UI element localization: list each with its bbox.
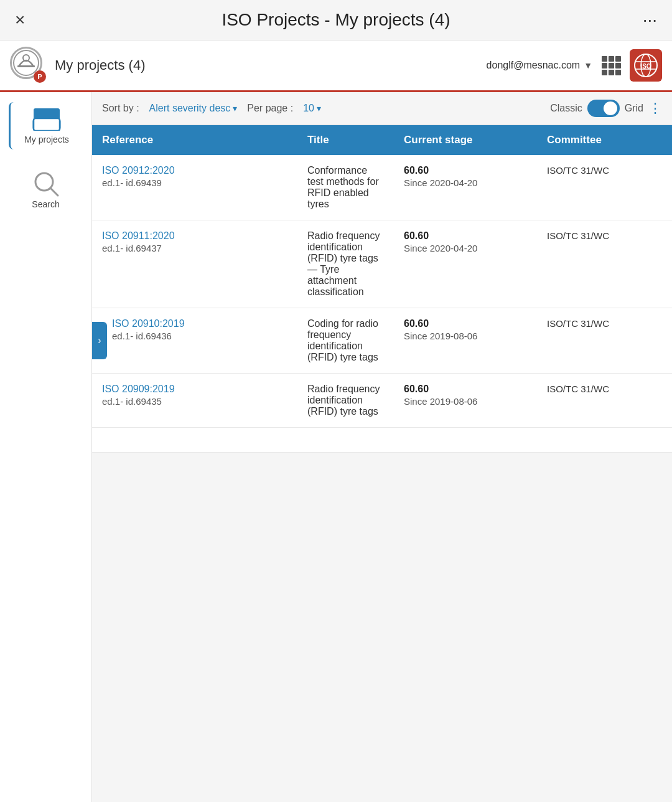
cell-stage-3: 60.60 Since 2019-08-06 [394, 374, 537, 427]
search-icon [31, 172, 61, 196]
window-title: ISO Projects - My projects (4) [40, 10, 632, 30]
ref-sub-1: ed.1- id.69437 [102, 243, 162, 253]
ref-link-3[interactable]: ISO 20909:2019 [102, 384, 287, 395]
ref-sub-0: ed.1- id.69439 [102, 177, 162, 188]
stage-value-3: 60.60 [404, 384, 527, 395]
svg-text:ISO: ISO [640, 63, 651, 70]
table-row-empty [92, 428, 672, 453]
per-page-dropdown[interactable]: 10 ▾ [303, 103, 321, 114]
committee-text-1: ISO/TC 31/WC [547, 230, 609, 241]
col-title: Title [297, 125, 394, 155]
table-row: ISO 20909:2019 ed.1- id.69435 Radio freq… [92, 374, 672, 428]
email-dropdown-arrow[interactable]: ▼ [584, 60, 592, 70]
header-email[interactable]: donglf@mesnac.com ▼ [487, 60, 592, 71]
cell-reference-2: ISO 20910:2019 ed.1- id.69436 [92, 308, 297, 373]
sort-value-dropdown[interactable]: Alert severity desc ▾ [149, 103, 238, 114]
header-bar: P My projects (4) donglf@mesnac.com ▼ IS… [0, 40, 672, 92]
view-toggle: Classic Grid ⋮ [550, 100, 662, 117]
sidebar-search-label: Search [32, 199, 59, 209]
sidebar-item-my-projects[interactable]: My projects [9, 102, 83, 149]
scroll-arrow-icon: › [98, 335, 101, 346]
cell-reference-1: ISO 20911:2020 ed.1- id.69437 [92, 220, 297, 308]
stage-value-2: 60.60 [404, 318, 527, 329]
cell-title-0: Conformance test methods for RFID enable… [297, 155, 394, 220]
cell-committee-0: ISO/TC 31/WC [537, 155, 640, 220]
col-committee: Committee [537, 125, 640, 155]
col-current-stage: Current stage [394, 125, 537, 155]
stage-value-0: 60.60 [404, 165, 527, 176]
committee-text-2: ISO/TC 31/WC [547, 318, 609, 329]
stage-since-0: Since 2020-04-20 [404, 177, 477, 188]
main-layout: My projects Search Sort by : Alert sever… [0, 92, 672, 802]
svg-rect-1 [17, 65, 35, 67]
cell-title-3: Radio frequency identification (RFID) ty… [297, 374, 394, 427]
app-logo: P [10, 47, 47, 84]
cell-stage-0: 60.60 Since 2020-04-20 [394, 155, 537, 220]
view-toggle-switch[interactable] [587, 100, 620, 117]
cell-committee-2: ISO/TC 31/WC [537, 308, 640, 373]
stage-since-3: Since 2019-08-06 [404, 396, 477, 407]
table-row: ISO 20911:2020 ed.1- id.69437 Radio freq… [92, 220, 672, 308]
cell-reference-3: ISO 20909:2019 ed.1- id.69435 [92, 374, 297, 427]
projects-table: Reference Title Current stage Committee … [92, 125, 672, 453]
header-my-projects: My projects (4) [55, 57, 479, 73]
cell-reference-0: ISO 20912:2020 ed.1- id.69439 [92, 155, 297, 220]
ref-sub-3: ed.1- id.69435 [102, 396, 162, 407]
grid-dots-icon [602, 56, 621, 75]
cell-committee-3: ISO/TC 31/WC [537, 374, 640, 427]
filter-bar: Sort by : Alert severity desc ▾ Per page… [92, 92, 672, 125]
logo-badge: P [34, 70, 46, 83]
sidebar: My projects Search [0, 92, 92, 802]
classic-label: Classic [550, 103, 582, 114]
per-page-chevron-icon: ▾ [317, 103, 321, 113]
sort-chevron-icon: ▾ [233, 103, 237, 113]
sidebar-my-projects-label: My projects [24, 134, 69, 144]
sort-by-label: Sort by : [102, 103, 139, 114]
svg-line-13 [50, 188, 58, 196]
cell-stage-2: 60.60 Since 2019-08-06 [394, 308, 537, 373]
sort-value-text: Alert severity desc [149, 103, 231, 114]
cell-title-2: Coding for radio frequency identificatio… [297, 308, 394, 373]
top-bar: × ISO Projects - My projects (4) ··· [0, 0, 672, 40]
cell-title-1: Radio frequency identification (RFID) ty… [297, 220, 394, 308]
iso-logo: ISO [630, 49, 662, 82]
stage-value-1: 60.60 [404, 230, 527, 242]
close-icon[interactable]: × [15, 10, 40, 30]
cell-stage-1: 60.60 Since 2020-04-20 [394, 220, 537, 308]
inbox-icon [32, 107, 62, 131]
email-text: donglf@mesnac.com [487, 60, 581, 71]
col-reference: Reference [92, 125, 297, 155]
more-options-button[interactable]: ⋮ [648, 100, 662, 116]
ref-sub-2: ed.1- id.69436 [112, 331, 172, 341]
ref-link-2[interactable]: ISO 20910:2019 [112, 318, 287, 329]
ref-link-1[interactable]: ISO 20911:2020 [102, 230, 287, 242]
svg-rect-11 [34, 118, 60, 131]
committee-text-0: ISO/TC 31/WC [547, 165, 609, 176]
table-row: › ISO 20910:2019 ed.1- id.69436 Coding f… [92, 308, 672, 374]
stage-since-1: Since 2020-04-20 [404, 243, 477, 253]
ref-link-0[interactable]: ISO 20912:2020 [102, 165, 287, 176]
table-body: ISO 20912:2020 ed.1- id.69439 Conformanc… [92, 155, 672, 453]
sidebar-item-search[interactable]: Search [9, 167, 83, 214]
cell-committee-1: ISO/TC 31/WC [537, 220, 640, 308]
table-row: ISO 20912:2020 ed.1- id.69439 Conformanc… [92, 155, 672, 220]
table-header: Reference Title Current stage Committee [92, 125, 672, 155]
more-options-icon[interactable]: ··· [632, 10, 657, 30]
content-area: Sort by : Alert severity desc ▾ Per page… [92, 92, 672, 802]
per-page-value-text: 10 [303, 103, 314, 114]
scroll-right-indicator[interactable]: › [92, 322, 107, 359]
grid-label: Grid [625, 103, 643, 114]
stage-since-2: Since 2019-08-06 [404, 331, 477, 341]
grid-view-button[interactable] [600, 54, 622, 77]
per-page-label: Per page : [247, 103, 293, 114]
committee-text-3: ISO/TC 31/WC [547, 384, 609, 394]
